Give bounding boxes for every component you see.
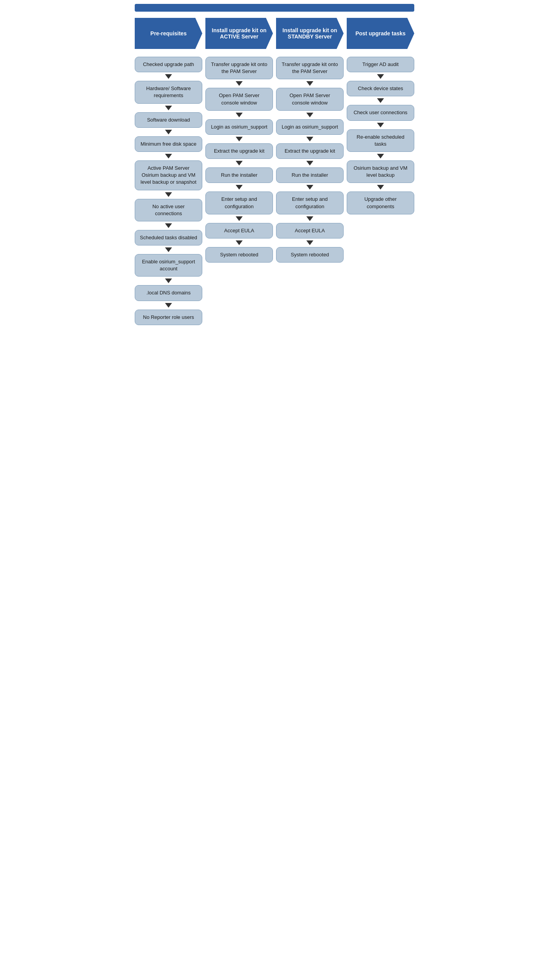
arrow-down-0-1 — [165, 106, 172, 110]
flow-box-3-5: Upgrade other components — [347, 191, 414, 214]
flow-box-2-4: Run the installer — [276, 167, 344, 183]
arrow-down-1-2 — [236, 137, 243, 141]
flow-box-2-1: Open PAM Server console window — [276, 88, 344, 110]
flow-box-1-1: Open PAM Server console window — [205, 88, 273, 110]
flow-box-1-6: Accept EULA — [205, 223, 273, 238]
arrow-down-2-4 — [306, 185, 313, 190]
arrow-down-2-6 — [306, 240, 313, 245]
flow-box-2-3: Extract the upgrade kit — [276, 143, 344, 159]
flow-box-1-4: Run the installer — [205, 167, 273, 183]
arrow-down-2-1 — [306, 113, 313, 117]
arrow-down-2-3 — [306, 161, 313, 165]
column-header-col3: Install upgrade kit on STANDBY Server — [276, 18, 344, 49]
arrow-down-0-5 — [165, 223, 172, 228]
column-header-col4: Post upgrade tasks — [347, 18, 414, 49]
flow-box-0-9: No Reporter role users — [135, 310, 202, 325]
arrow-down-0-3 — [165, 154, 172, 158]
flow-box-3-0: Trigger AD audit — [347, 57, 414, 72]
arrow-down-1-1 — [236, 113, 243, 117]
flow-box-1-3: Extract the upgrade kit — [205, 143, 273, 159]
arrow-down-0-4 — [165, 192, 172, 197]
flow-box-2-6: Accept EULA — [276, 223, 344, 238]
column-col3: Install upgrade kit on STANDBY ServerTra… — [276, 18, 344, 263]
arrow-down-3-4 — [377, 185, 384, 190]
arrow-down-3-2 — [377, 123, 384, 127]
flow-box-0-2: Software download — [135, 112, 202, 128]
flow-box-2-2: Login as osirium_support — [276, 119, 344, 135]
flow-box-0-1: Hardware/ Software requirements — [135, 81, 202, 103]
column-col2: Install upgrade kit on ACTIVE ServerTran… — [205, 18, 273, 263]
arrow-down-0-8 — [165, 303, 172, 308]
flow-box-0-7: Enable osirium_support account — [135, 254, 202, 277]
column-header-col2: Install upgrade kit on ACTIVE Server — [205, 18, 273, 49]
column-col1: Pre-requisitesChecked upgrade pathHardwa… — [135, 18, 202, 325]
flow-box-0-8: .local DNS domains — [135, 285, 202, 301]
arrow-down-3-1 — [377, 98, 384, 103]
flow-box-3-3: Re-enable scheduled tasks — [347, 129, 414, 152]
arrow-down-0-7 — [165, 279, 172, 283]
flow-box-1-2: Login as osirium_support — [205, 119, 273, 135]
flow-box-1-0: Transfer upgrade kit onto the PAM Server — [205, 57, 273, 79]
arrow-down-0-2 — [165, 130, 172, 134]
flow-box-2-0: Transfer upgrade kit onto the PAM Server — [276, 57, 344, 79]
arrow-down-2-2 — [306, 137, 313, 141]
flow-box-0-3: Minimum free disk space — [135, 136, 202, 152]
arrow-down-3-3 — [377, 154, 384, 158]
flow-box-0-6: Scheduled tasks disabled — [135, 230, 202, 245]
flow-box-3-2: Check user connections — [347, 105, 414, 120]
flow-box-0-4: Active PAM Server Osirium backup and VM … — [135, 160, 202, 190]
arrow-down-2-5 — [306, 216, 313, 221]
column-header-col1: Pre-requisites — [135, 18, 202, 49]
arrow-down-1-5 — [236, 216, 243, 221]
flow-box-1-5: Enter setup and configuration — [205, 191, 273, 214]
flow-box-2-7: System rebooted — [276, 247, 344, 263]
flow-box-1-7: System rebooted — [205, 247, 273, 263]
arrow-down-0-6 — [165, 247, 172, 252]
arrow-down-1-3 — [236, 161, 243, 165]
arrow-down-1-0 — [236, 81, 243, 86]
flow-box-3-1: Check device states — [347, 81, 414, 96]
page-wrapper: Pre-requisitesChecked upgrade pathHardwa… — [135, 4, 414, 325]
columns-container: Pre-requisitesChecked upgrade pathHardwa… — [135, 18, 414, 325]
arrow-down-3-0 — [377, 74, 384, 79]
column-col4: Post upgrade tasksTrigger AD auditCheck … — [347, 18, 414, 214]
flow-box-3-4: Osirium backup and VM level backup — [347, 160, 414, 183]
arrow-down-1-6 — [236, 240, 243, 245]
arrow-down-0-0 — [165, 74, 172, 79]
flow-box-0-0: Checked upgrade path — [135, 57, 202, 72]
flow-box-2-5: Enter setup and configuration — [276, 191, 344, 214]
arrow-down-2-0 — [306, 81, 313, 86]
arrow-down-1-4 — [236, 185, 243, 190]
page-title — [135, 4, 414, 12]
flow-box-0-5: No active user connections — [135, 199, 202, 221]
